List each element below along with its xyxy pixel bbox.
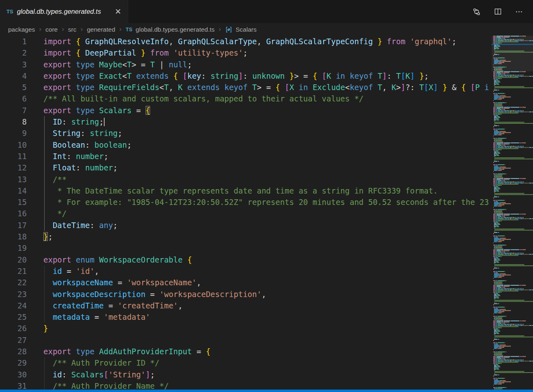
- vscode-window: TS global.db.types.generated.ts ✕: [0, 0, 533, 392]
- line-number: 25: [0, 311, 27, 323]
- code-line[interactable]: [43, 334, 489, 346]
- line-number: 9: [0, 127, 27, 139]
- line-number: 17: [0, 220, 27, 231]
- code-line[interactable]: /** All built-in and custom scalars, map…: [43, 93, 489, 104]
- open-changes-button[interactable]: [471, 6, 482, 17]
- code-line[interactable]: import { DeepPartial } from 'utility-typ…: [43, 47, 489, 58]
- tab-bar: TS global.db.types.generated.ts ✕: [0, 0, 533, 23]
- line-number: 15: [0, 196, 27, 208]
- line-number: 21: [0, 265, 27, 277]
- code-line[interactable]: * For example: "1985-04-12T23:20:50.52Z"…: [43, 196, 489, 208]
- code-line[interactable]: metadata = 'metadata': [43, 311, 489, 323]
- line-number-gutter: 1234567891011121314151617181920212223242…: [0, 36, 27, 390]
- more-actions-button[interactable]: [514, 6, 524, 17]
- code-line[interactable]: };: [43, 231, 489, 242]
- code-line[interactable]: DateTime: any;: [43, 220, 489, 231]
- indent-guide: [44, 162, 45, 173]
- line-number: 12: [0, 162, 27, 173]
- split-editor-button[interactable]: [492, 6, 503, 17]
- indent-guide: [44, 208, 45, 219]
- indent-guide: [44, 357, 45, 368]
- typescript-file-icon: TS: [6, 9, 13, 15]
- line-number: 31: [0, 380, 27, 390]
- split-editor-icon: [494, 8, 502, 15]
- indent-guide: [44, 151, 45, 162]
- indent-guide: [44, 174, 45, 185]
- code-line[interactable]: Boolean: boolean;: [43, 139, 489, 151]
- indent-guide: [44, 311, 45, 323]
- line-number: 24: [0, 300, 27, 311]
- editor-actions: [471, 0, 533, 23]
- minimap[interactable]: [492, 36, 533, 390]
- line-number: 3: [0, 59, 27, 70]
- line-number: 18: [0, 231, 27, 242]
- indent-guide: [44, 265, 45, 277]
- code-line[interactable]: workspaceDescription = 'workspaceDescrip…: [43, 289, 489, 300]
- code-area[interactable]: import { GraphQLResolveInfo, GraphQLScal…: [43, 36, 489, 390]
- tab-close-icon[interactable]: ✕: [112, 7, 124, 16]
- code-line[interactable]: /** Auth Provider ID */: [43, 357, 489, 368]
- code-line[interactable]: export type Scalars = {: [43, 105, 489, 116]
- chevron-right-icon: ›: [37, 25, 43, 34]
- code-line[interactable]: export type RequireFields<T, K extends k…: [43, 82, 489, 93]
- line-number: 16: [0, 208, 27, 219]
- line-number: 8: [0, 116, 27, 127]
- code-line[interactable]: export type Exact<T extends { [key: stri…: [43, 70, 489, 82]
- breadcrumb-item-generated[interactable]: generated: [86, 26, 116, 33]
- line-number: 20: [0, 254, 27, 265]
- tab-label: global.db.types.generated.ts: [17, 8, 101, 15]
- line-number: 28: [0, 346, 27, 357]
- breadcrumb-item-core[interactable]: core: [45, 26, 58, 33]
- tab-global-db-types[interactable]: TS global.db.types.generated.ts ✕: [0, 0, 128, 23]
- breadcrumb-item-src[interactable]: src: [67, 26, 77, 33]
- breadcrumb-item-packages[interactable]: packages: [7, 26, 36, 33]
- code-line[interactable]: String: string;: [43, 127, 489, 139]
- ellipsis-icon: [515, 8, 523, 15]
- indent-guide: [44, 369, 45, 380]
- code-line[interactable]: Float: number;: [43, 162, 489, 173]
- code-line[interactable]: /** Auth Provider Name */: [43, 380, 489, 390]
- code-line[interactable]: export type AddAuthProviderInput = {: [43, 346, 489, 357]
- code-line[interactable]: ID: string;: [43, 116, 489, 127]
- line-number: 22: [0, 277, 27, 288]
- code-line[interactable]: import { GraphQLResolveInfo, GraphQLScal…: [43, 36, 489, 47]
- line-number: 11: [0, 151, 27, 162]
- code-line[interactable]: * The DateTime scalar type represents da…: [43, 185, 489, 196]
- indent-guide: [44, 116, 45, 127]
- line-number: 7: [0, 105, 27, 116]
- code-line[interactable]: */: [43, 208, 489, 219]
- chevron-right-icon: ›: [118, 25, 123, 34]
- code-line[interactable]: /**: [43, 174, 489, 185]
- code-line[interactable]: createdTime = 'createdTime',: [43, 300, 489, 311]
- code-line[interactable]: }: [43, 323, 489, 334]
- code-line[interactable]: workspaceName = 'workspaceName',: [43, 277, 489, 288]
- code-line[interactable]: export enum WorkspaceOrderable {: [43, 254, 489, 265]
- line-number: 14: [0, 185, 27, 196]
- line-number: 6: [0, 93, 27, 104]
- indent-guide: [44, 139, 45, 151]
- code-line[interactable]: Int: number;: [43, 151, 489, 162]
- chevron-right-icon: ›: [79, 25, 85, 34]
- open-changes-icon: [473, 8, 481, 16]
- line-number: 4: [0, 70, 27, 82]
- code-line[interactable]: id: Scalars['String'];: [43, 369, 489, 380]
- line-number: 29: [0, 357, 27, 368]
- line-number: 5: [0, 82, 27, 93]
- breadcrumb-item-scalars[interactable]: Scalars: [235, 26, 258, 33]
- indent-guide: [44, 289, 45, 300]
- line-number: 26: [0, 323, 27, 334]
- text-cursor: [104, 118, 105, 126]
- indent-guide: [44, 185, 45, 196]
- code-line[interactable]: [43, 242, 489, 254]
- code-line[interactable]: export type Maybe<T> = T | null;: [43, 59, 489, 70]
- breadcrumb: packages › core › src › generated › TS g…: [0, 23, 533, 36]
- line-number: 19: [0, 242, 27, 254]
- line-number: 13: [0, 174, 27, 185]
- code-line[interactable]: id = 'id',: [43, 265, 489, 277]
- indent-guide: [44, 196, 45, 208]
- line-number: 10: [0, 139, 27, 151]
- breadcrumb-item-filename[interactable]: global.db.types.generated.ts: [135, 26, 215, 33]
- indent-guide: [44, 127, 45, 139]
- typescript-file-icon: TS: [126, 26, 133, 32]
- indent-guide: [44, 300, 45, 311]
